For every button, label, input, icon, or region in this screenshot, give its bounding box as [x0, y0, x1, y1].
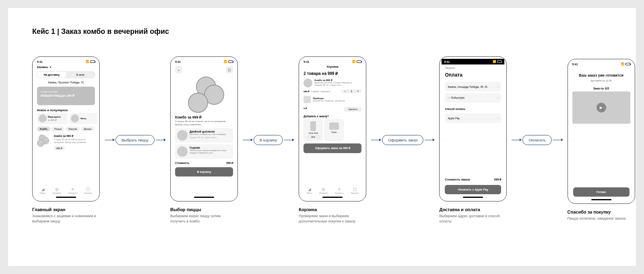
home-indicator: [463, 197, 483, 198]
battery-icon: [228, 60, 233, 63]
delivery-toggle[interactable]: На доставку В зале: [37, 71, 95, 78]
promo-banner[interactable]: ТОЛЬКО В КОМБО ЛЮБАЯ ПИЦЦА 199 ₽: [37, 87, 95, 105]
close-link[interactable]: Закрыть: [442, 64, 504, 71]
clock-icon: ◷: [448, 96, 450, 99]
cart-item: Комбо за 999 ₽ Двойной цыпленок, Сырная,…: [301, 77, 364, 89]
upsell-card[interactable]: Coca Cola 90 ₽: [303, 119, 323, 141]
combo-card[interactable]: Комбо за 999 ₽ 3 пиццы 30 см на тонком т…: [35, 133, 97, 152]
action-pill: В корзину: [254, 135, 283, 145]
pay-button[interactable]: Оплатить с Apple Pay: [445, 185, 501, 194]
signal-icon: 📶: [86, 60, 89, 63]
product-card[interactable]: Маргаритаот 325 ₽: [37, 113, 68, 124]
signal-icon: 📶: [224, 60, 227, 63]
method-label: Способ оплаты: [442, 104, 504, 112]
phone-frame: 9:41 📶 Казань▼ На доставку В зале Казань…: [32, 56, 100, 201]
status-time: 9:41: [444, 60, 450, 63]
status-bar: 9:41 📶: [442, 59, 504, 64]
caption-desc: Знакомимся с акциями и новинками и выбир…: [32, 214, 97, 224]
tab-contacts[interactable]: ≡Контакты: [335, 187, 344, 194]
quantity-stepper[interactable]: − 1 +: [341, 89, 361, 93]
bag-icon: ▢: [86, 187, 91, 191]
tab-cart[interactable]: ▢Корзина: [351, 187, 358, 194]
arrow-icon: [371, 140, 381, 140]
arrow-icon: [553, 140, 563, 140]
chip-pizza[interactable]: Пицца: [52, 127, 64, 131]
tab-menu[interactable]: ◢Меню: [307, 187, 312, 194]
tab-cart[interactable]: ▢Корзина: [84, 187, 92, 194]
status-bar: 9:41 📶: [570, 61, 633, 67]
connector: В корзину: [243, 135, 294, 145]
video-placeholder[interactable]: ▶: [572, 91, 630, 124]
upsell-card[interactable]: Рулет: [324, 119, 344, 141]
speed-card[interactable]: ◷ Побыстрее ›: [445, 93, 501, 103]
pizza-icon: [39, 114, 47, 122]
list-icon: ≡: [337, 187, 342, 191]
option-card[interactable]: Двойной цыпленок Цыпленок, моцарелла, со…: [175, 128, 233, 143]
status-icons: 📶: [621, 62, 630, 66]
method-card[interactable]: Apple Pay ›: [445, 113, 501, 123]
step-home: 9:41 📶 Казань▼ На доставку В зале Казань…: [32, 56, 100, 224]
signal-icon: 📶: [493, 60, 496, 63]
toggle-hall[interactable]: В зале: [66, 72, 95, 78]
status-icons: 📶: [352, 60, 361, 63]
card-name: Маргарита: [48, 116, 61, 118]
napkin-icon: [303, 96, 311, 103]
chevron-down-icon: ⌄: [178, 68, 180, 72]
arrow-icon: [284, 140, 294, 140]
opt-meta: Средняя 30 см, тонкое тесто: [190, 136, 231, 139]
chip-dessert[interactable]: Десерт: [81, 127, 95, 131]
status-time: 9:41: [572, 63, 578, 66]
tab-bar: ◢Меню ◎Профиль ≡Контакты ▢Корзина: [303, 185, 362, 196]
plus-icon[interactable]: +: [355, 90, 360, 93]
option-card[interactable]: Сырная Увеличенная порция моцареллы, сыр…: [175, 144, 233, 159]
change-link[interactable]: Изменить: [320, 90, 330, 93]
card-price: от 325 ₽: [48, 119, 61, 121]
status-icons: 📶: [224, 60, 233, 63]
chip-snacks[interactable]: Закуски: [66, 127, 80, 131]
card-name: Четы: [80, 117, 87, 120]
order-number: Заказ № 325: [570, 83, 633, 91]
connector: Оплатить: [512, 135, 562, 145]
done-button[interactable]: Готово: [573, 187, 630, 197]
caption-desc: Пицца оплачена, ожидание заказа: [568, 216, 632, 221]
delete-button[interactable]: Удалить: [344, 107, 361, 112]
toggle-delivery[interactable]: На доставку: [37, 72, 66, 78]
upsell-title: Добавить к заказу?: [301, 113, 364, 119]
play-icon[interactable]: ▶: [597, 103, 606, 112]
combo-price-button[interactable]: 999 ₽: [54, 146, 65, 150]
signal-icon: 📶: [352, 60, 356, 63]
product-card[interactable]: Четы: [69, 113, 97, 124]
total-label: Стоимость заказа: [445, 178, 470, 181]
price-value: 999 ₽: [226, 162, 233, 165]
tab-contacts[interactable]: ≡Контакты: [68, 187, 77, 194]
chip-combo[interactable]: Комбо: [37, 127, 50, 131]
combo-title: Комбо за 999 ₽: [54, 135, 95, 138]
done-sub: Доставим до 10:35: [570, 78, 633, 83]
item-price: 999 ₽: [303, 90, 310, 93]
back-button[interactable]: ⌄: [175, 66, 182, 73]
pizza-icon: [177, 130, 188, 141]
status-bar: 9:41 📶: [35, 59, 97, 64]
status-icons: 📶: [86, 60, 95, 63]
add-to-cart-button[interactable]: В корзину: [175, 167, 233, 176]
signal-icon: 📶: [621, 62, 625, 66]
city-selector[interactable]: Казань▼: [35, 64, 97, 70]
minus-icon[interactable]: −: [343, 90, 347, 93]
arrow-icon: [512, 140, 521, 140]
status-bar: 9:41 📶: [301, 59, 364, 64]
address-card[interactable]: Казань, площадь Победы, 45, 91 ›: [445, 82, 501, 91]
status-time: 9:41: [303, 60, 309, 63]
tab-menu[interactable]: ◢Меню: [40, 187, 46, 194]
home-indicator: [322, 197, 343, 198]
upsell-name: Coca Cola: [305, 132, 321, 134]
popular-cards[interactable]: Маргаритаот 325 ₽ Четы: [35, 113, 97, 124]
cart-button[interactable]: ▢: [226, 66, 233, 73]
chevron-right-icon: ›: [497, 116, 498, 120]
tab-profile[interactable]: ◎Профиль: [319, 187, 328, 194]
bag-icon: ▢: [352, 187, 357, 191]
checkout-button[interactable]: Оформить заказ на 999 ₽: [303, 143, 361, 153]
tab-profile[interactable]: ◎Профиль: [53, 187, 62, 194]
list-icon: ≡: [70, 187, 75, 191]
address-text[interactable]: Казань, Проспект Победы, 91: [35, 80, 97, 85]
qty-value: 1: [349, 90, 354, 93]
